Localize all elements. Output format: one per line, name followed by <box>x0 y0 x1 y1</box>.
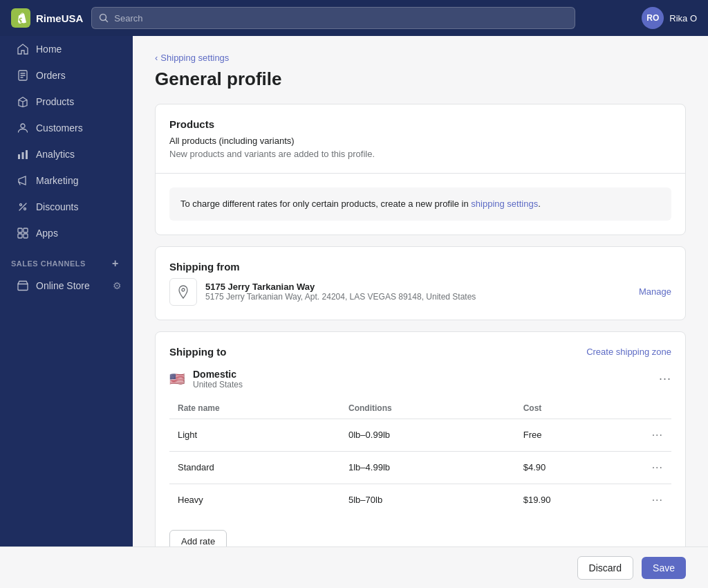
user-avatar-area[interactable]: RO Rika O <box>642 7 697 29</box>
orders-icon <box>17 69 29 82</box>
app-name: RimeUSA <box>36 12 83 24</box>
svg-rect-10 <box>18 234 22 238</box>
sidebar-label-discounts: Discounts <box>36 201 78 212</box>
table-row: Standard 1lb–4.99lb $4.90 ··· <box>169 451 671 484</box>
shipping-from-name: 5175 Jerry Tarkanian Way <box>205 282 631 292</box>
rate-actions-button[interactable]: ··· <box>644 419 671 451</box>
breadcrumb-label: Shipping settings <box>160 53 229 63</box>
us-flag-icon: 🇺🇸 <box>169 374 186 385</box>
svg-point-7 <box>24 208 26 210</box>
sidebar-item-products[interactable]: Products <box>6 89 127 114</box>
discounts-icon <box>17 201 29 213</box>
shipping-to-header: Shipping to Create shipping zone <box>169 346 671 358</box>
rate-actions-button[interactable]: ··· <box>644 484 671 516</box>
shipping-to-card: Shipping to Create shipping zone 🇺🇸 Dome… <box>155 331 686 567</box>
sidebar-label-marketing: Marketing <box>36 175 78 186</box>
cost-cell: $4.90 <box>515 451 644 484</box>
sidebar-item-orders[interactable]: Orders <box>6 63 127 88</box>
shipping-from-row: 5175 Jerry Tarkanian Way 5175 Jerry Tark… <box>169 278 671 306</box>
actions-header <box>644 398 671 419</box>
footer-bar: Discard Save <box>0 546 708 588</box>
table-row: Heavy 5lb–70lb $19.90 ··· <box>169 484 671 516</box>
products-section-title: Products <box>169 118 671 130</box>
online-store-gear-icon[interactable]: ⚙ <box>113 280 122 291</box>
svg-rect-5 <box>26 150 28 159</box>
rate-actions-button[interactable]: ··· <box>644 451 671 484</box>
online-store-icon <box>17 279 29 292</box>
sidebar: Home Orders Products Customers Analytics <box>0 36 133 588</box>
sidebar-item-marketing[interactable]: Marketing <box>6 168 127 193</box>
search-bar[interactable] <box>91 7 575 29</box>
sidebar-item-analytics[interactable]: Analytics <box>6 142 127 167</box>
shipping-to-section: Shipping to Create shipping zone 🇺🇸 Dome… <box>156 332 685 567</box>
avatar: RO <box>642 7 664 29</box>
sidebar-label-products: Products <box>36 96 74 107</box>
info-box: To charge different rates for only certa… <box>169 187 671 221</box>
shipping-from-address: 5175 Jerry Tarkanian Way, Apt. 24204, LA… <box>205 292 631 302</box>
products-section: Products All products (including variant… <box>156 104 685 174</box>
page-title: General profile <box>155 68 686 90</box>
sidebar-label-apps: Apps <box>36 228 58 239</box>
manage-link[interactable]: Manage <box>639 286 671 297</box>
analytics-icon <box>17 148 29 160</box>
sidebar-item-customers[interactable]: Customers <box>6 116 127 140</box>
shipping-from-title: Shipping from <box>169 261 671 273</box>
rate-name-header: Rate name <box>169 398 340 419</box>
products-text: All products (including variants) <box>169 136 671 146</box>
cost-header: Cost <box>515 398 644 419</box>
search-icon <box>99 13 109 23</box>
zone-row: 🇺🇸 Domestic United States ··· <box>169 369 671 389</box>
cost-cell: Free <box>515 419 644 451</box>
shopify-icon <box>11 8 30 28</box>
rate-name-cell: Standard <box>169 451 340 484</box>
conditions-cell: 0lb–0.99lb <box>340 419 515 451</box>
zone-menu-button[interactable]: ··· <box>659 371 671 386</box>
info-box-text-after: . <box>538 199 541 209</box>
sidebar-label-analytics: Analytics <box>36 149 75 160</box>
sidebar-label-home: Home <box>36 44 62 55</box>
zone-name: Domestic <box>193 369 243 380</box>
conditions-cell: 5lb–70lb <box>340 484 515 516</box>
svg-rect-11 <box>24 234 28 238</box>
sidebar-item-apps[interactable]: Apps <box>6 221 127 246</box>
main-layout: Home Orders Products Customers Analytics <box>0 36 708 588</box>
conditions-header: Conditions <box>340 398 515 419</box>
sidebar-item-discounts[interactable]: Discounts <box>6 194 127 219</box>
shipping-from-section: Shipping from 5175 Jerry Tarkanian Way 5… <box>156 247 685 320</box>
apps-icon <box>17 227 29 239</box>
discard-button[interactable]: Discard <box>577 556 633 580</box>
shipping-from-card: Shipping from 5175 Jerry Tarkanian Way 5… <box>155 246 686 320</box>
products-subtext: New products and variants are added to t… <box>169 149 671 159</box>
topbar: RimeUSA RO Rika O <box>0 0 708 36</box>
products-icon <box>17 95 29 108</box>
sidebar-item-home[interactable]: Home <box>6 37 127 62</box>
create-shipping-zone-link[interactable]: Create shipping zone <box>586 347 671 357</box>
svg-rect-9 <box>24 228 28 232</box>
svg-rect-8 <box>18 228 22 232</box>
location-icon <box>169 278 197 306</box>
info-box-text: To charge different rates for only certa… <box>180 199 471 209</box>
rate-name-cell: Light <box>169 419 340 451</box>
search-input[interactable] <box>114 13 568 24</box>
content-area: ‹ Shipping settings General profile Prod… <box>133 36 708 588</box>
breadcrumb[interactable]: ‹ Shipping settings <box>155 53 686 63</box>
marketing-icon <box>17 174 29 187</box>
user-name: Rika O <box>669 13 697 24</box>
shipping-to-title: Shipping to <box>169 346 226 358</box>
add-sales-channel-button[interactable]: + <box>109 257 122 270</box>
customers-icon <box>17 122 29 134</box>
online-store-label: Online Store <box>36 280 90 291</box>
app-logo: RimeUSA <box>11 8 83 28</box>
save-button[interactable]: Save <box>642 557 686 579</box>
sales-channels-section: SALES CHANNELS + <box>0 246 133 273</box>
shipping-settings-link[interactable]: shipping settings <box>471 199 538 209</box>
sidebar-label-orders: Orders <box>36 70 66 81</box>
info-box-section: To charge different rates for only certa… <box>156 174 685 235</box>
rates-table: Rate name Conditions Cost Light 0lb–0.99… <box>169 398 671 516</box>
sidebar-item-online-store[interactable]: Online Store ⚙ <box>6 273 127 298</box>
table-row: Light 0lb–0.99lb Free ··· <box>169 419 671 451</box>
zone-country: United States <box>193 380 243 389</box>
sidebar-label-customers: Customers <box>36 122 83 134</box>
products-card: Products All products (including variant… <box>155 104 686 235</box>
cost-cell: $19.90 <box>515 484 644 516</box>
